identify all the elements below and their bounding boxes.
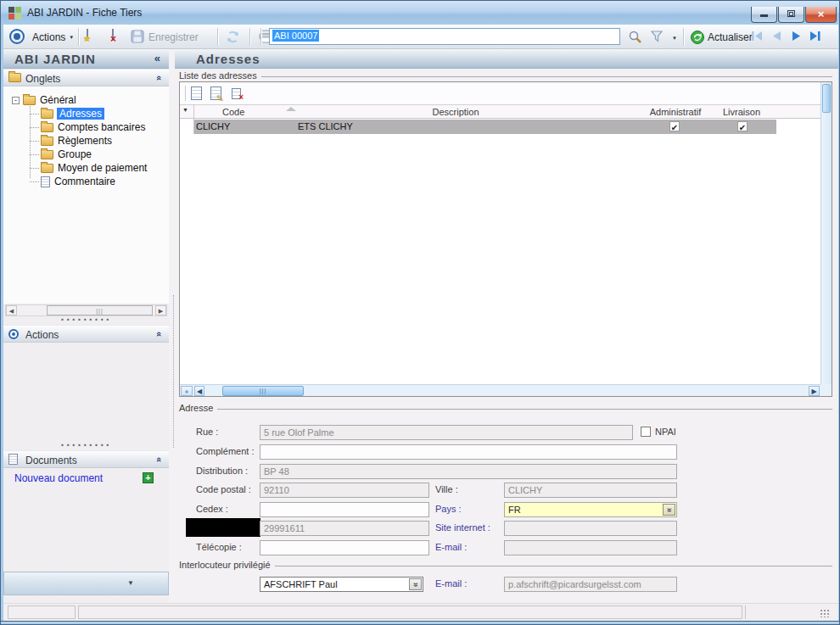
- filter-button[interactable]: [650, 30, 664, 43]
- restore-icon: [787, 10, 795, 17]
- contact-group-label: Interlocuteur privilégié: [179, 560, 832, 570]
- reload-button[interactable]: [226, 30, 240, 44]
- actions-panel: [3, 343, 169, 442]
- last-record-button[interactable]: [808, 30, 823, 42]
- onglets-section-label: Onglets: [25, 73, 60, 85]
- save-icon: [131, 30, 144, 43]
- filter-funnel-icon: [650, 30, 664, 43]
- onglets-section-header[interactable]: Onglets «: [3, 69, 169, 86]
- folder-icon: [23, 96, 36, 105]
- pays-combobox[interactable]: FR «: [504, 502, 677, 517]
- actualiser-button[interactable]: [690, 30, 705, 45]
- refresh-icon: [226, 30, 240, 44]
- tree-expander-icon[interactable]: -: [12, 97, 20, 104]
- sidebar-collapse-icon[interactable]: «: [154, 52, 160, 64]
- distribution-label: Distribution :: [196, 466, 248, 476]
- cell-code: CLICHY: [196, 121, 230, 131]
- first-record-button[interactable]: [750, 30, 765, 42]
- column-header-livraison[interactable]: Livraison: [716, 107, 767, 117]
- window-bottom-border: [1, 621, 840, 625]
- form-row-telecopie: Télécopie : E-mail :: [175, 540, 838, 557]
- collapsed-panel-bar[interactable]: [3, 572, 169, 595]
- filter-dropdown-button[interactable]: [669, 32, 677, 44]
- grid-horizontal-scrollbar[interactable]: ＋ ◀ ||| ▶: [180, 384, 820, 396]
- page-header: Adresses: [175, 49, 838, 69]
- grid-edit-address-button[interactable]: ✎: [210, 86, 221, 100]
- address-row[interactable]: CLICHY ETS CLICHY: [194, 120, 776, 134]
- search-button[interactable]: [628, 30, 642, 44]
- minimize-button[interactable]: [751, 7, 777, 23]
- ville-field[interactable]: CLICHY: [504, 483, 677, 498]
- npai-checkbox[interactable]: [641, 427, 651, 437]
- status-panel: [8, 605, 76, 619]
- resize-grip[interactable]: [820, 609, 830, 617]
- close-button[interactable]: ×: [805, 7, 837, 23]
- grid-add-button[interactable]: ＋: [181, 386, 193, 396]
- save-button[interactable]: [131, 30, 144, 43]
- scroll-left-button[interactable]: ◀: [6, 305, 17, 315]
- actions-menu-button[interactable]: Actions: [32, 31, 74, 43]
- maximize-button[interactable]: [778, 7, 804, 23]
- code-postal-field[interactable]: 92110: [260, 483, 429, 498]
- main-toolbar: Actions ★ × Enregistrer: [3, 25, 838, 49]
- email-field[interactable]: [504, 540, 677, 555]
- scroll-left-button[interactable]: ◀: [194, 386, 204, 396]
- contact-group-label-text: Interlocuteur privilégié: [179, 560, 275, 570]
- next-record-button[interactable]: [789, 30, 804, 42]
- tree-node-comptes-bancaires[interactable]: Comptes bancaires: [41, 120, 145, 134]
- complement-field[interactable]: [260, 444, 677, 460]
- tree-node-label: Comptes bancaires: [58, 121, 145, 133]
- cell-administratif-checkbox[interactable]: [669, 121, 680, 131]
- cell-livraison-checkbox[interactable]: [737, 121, 748, 131]
- add-document-button[interactable]: +: [143, 472, 154, 483]
- sidebar: ABI JARDIN « Onglets « - Général Adresse: [3, 49, 169, 603]
- tree-node-adresses[interactable]: Adresses: [41, 107, 104, 120]
- scroll-right-button[interactable]: ▶: [155, 305, 166, 315]
- sidebar-splitter[interactable]: [3, 442, 169, 450]
- form-row-rue: Rue : 5 rue Olof Palme NPAI: [175, 425, 838, 442]
- list-group-label-text: Liste des adresses: [179, 70, 261, 81]
- collapse-chevron-icon[interactable]: «: [154, 75, 165, 81]
- record-search-input[interactable]: ABI 00007: [269, 28, 620, 45]
- actualiser-label: Actualiser: [708, 31, 753, 43]
- site-internet-field[interactable]: [504, 521, 677, 536]
- telephone-field[interactable]: 29991611: [260, 521, 429, 536]
- pays-dropdown-button[interactable]: «: [663, 504, 675, 516]
- rue-field[interactable]: 5 rue Olof Palme: [260, 425, 633, 440]
- column-header-description[interactable]: Description: [422, 107, 490, 117]
- tree-node-commentaire[interactable]: Commentaire: [41, 175, 115, 188]
- delete-record-button[interactable]: ×: [112, 29, 114, 41]
- contact-combobox[interactable]: AFSCHRIFT Paul «: [260, 577, 423, 592]
- tree-node-moyen-de-paiement[interactable]: Moyen de paiement: [41, 161, 147, 175]
- tree-node-groupe[interactable]: Groupe: [41, 148, 92, 161]
- grid-vertical-scrollbar[interactable]: [820, 82, 832, 384]
- collapse-chevron-icon[interactable]: «: [154, 457, 165, 462]
- delete-x-icon: ×: [110, 35, 116, 43]
- contact-email-field[interactable]: p.afschrift@picardsurgelsst.com: [504, 577, 677, 592]
- actions-section-header[interactable]: Actions «: [3, 325, 169, 343]
- column-header-administratif[interactable]: Administratif: [645, 107, 706, 117]
- scrollbar-thumb[interactable]: |||: [222, 386, 304, 396]
- column-header-code[interactable]: Code: [222, 107, 244, 117]
- tree-node-general[interactable]: - Général: [12, 93, 76, 107]
- grid-new-address-button[interactable]: [191, 86, 202, 100]
- contact-dropdown-button[interactable]: «: [409, 578, 422, 590]
- documents-section-header[interactable]: Documents «: [3, 450, 169, 468]
- cedex-field[interactable]: [260, 502, 429, 517]
- previous-record-button[interactable]: [770, 30, 785, 42]
- grid-delete-address-button[interactable]: ×: [232, 88, 241, 99]
- collapse-chevron-icon[interactable]: «: [154, 332, 165, 337]
- title-bar: ABI JARDIN - Fiche Tiers ×: [1, 1, 840, 25]
- new-record-button[interactable]: ★: [87, 29, 88, 41]
- telecopie-field[interactable]: [260, 540, 429, 555]
- page-title: Adresses: [196, 52, 260, 66]
- sidebar-splitter[interactable]: [3, 316, 169, 325]
- new-document-link[interactable]: Nouveau document: [14, 472, 103, 484]
- tree-node-reglements[interactable]: Règlements: [41, 134, 112, 148]
- row-selector-icon[interactable]: ▼: [182, 107, 188, 113]
- scroll-right-button[interactable]: ▶: [809, 386, 820, 396]
- distribution-field[interactable]: BP 48: [260, 464, 677, 479]
- form-row-telephone: 29991611 Site internet :: [175, 521, 838, 538]
- scrollbar-thumb[interactable]: [822, 84, 831, 113]
- toolbar-separator: [249, 28, 250, 46]
